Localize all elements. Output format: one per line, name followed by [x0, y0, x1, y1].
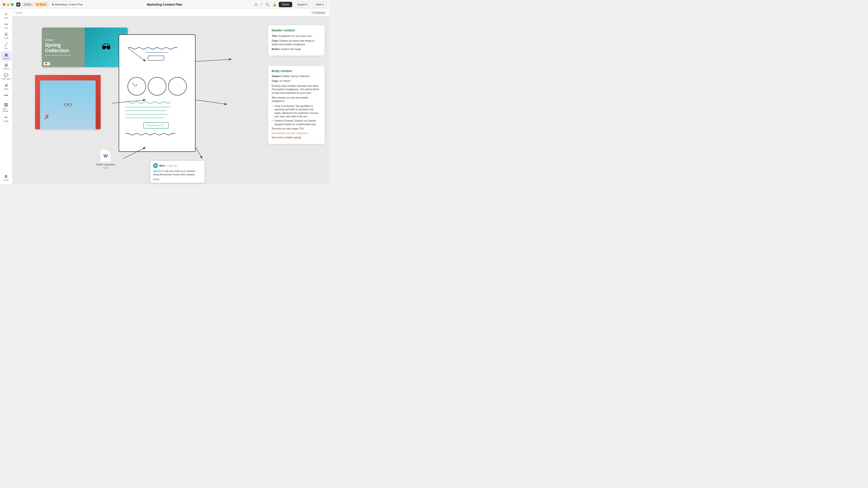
comment-label: Comment — [2, 78, 11, 80]
view-button[interactable]: View ▾ — [313, 2, 327, 7]
tab-work[interactable]: Work — [34, 2, 49, 7]
traffic-lights — [3, 3, 13, 6]
heart-count: 1 — [48, 63, 49, 65]
todo-icon: ☰ — [4, 32, 8, 37]
tool-board[interactable]: ▦ Board — [1, 51, 11, 61]
column-label: Column — [2, 68, 9, 70]
titlebar-right: ⊡ ? 🔍 🔔 Share Export ▾ View ▾ — [255, 2, 327, 7]
body-signoff: Get set for a stylish spring! — [272, 136, 321, 139]
comment-reply-button[interactable]: Reply — [153, 178, 202, 181]
notification-icon[interactable]: 🔔 — [273, 3, 276, 6]
body-cta-link[interactable]: www.dekker.co/script-sunglasses — [272, 132, 321, 134]
doc-icon: W — [100, 150, 111, 162]
comment-user: Marc — [159, 164, 165, 167]
note-label: Note — [4, 17, 8, 19]
photo-card[interactable]: 👓 — [35, 75, 101, 129]
svg-point-2 — [128, 77, 146, 95]
board-icon: ▦ — [4, 53, 8, 57]
add-image-label: Add Image — [2, 107, 10, 112]
line-label: Line — [4, 47, 8, 50]
body-cta-prefix: Discover our new range CTA: — [272, 127, 321, 130]
saved-status: Saved — [15, 11, 22, 14]
more-icon: ••• — [4, 93, 8, 97]
title-value: Sunglasses for your eyes only — [278, 35, 311, 37]
draw-label: Draw — [4, 120, 8, 122]
work-tab-label: Work — [40, 3, 46, 6]
photo-background: 👓 — [35, 75, 101, 129]
header-card-title: Header content — [272, 29, 321, 32]
subject-value: Dekker Spring Collection — [282, 75, 309, 77]
tool-more[interactable]: ••• — [1, 92, 11, 99]
doc-file[interactable]: W Footer-copy.docx 8 KB — [96, 150, 115, 169]
doc-size: 8 KB — [103, 167, 108, 169]
tool-add-image[interactable]: 🖼 Add Image — [1, 102, 11, 113]
body-bullet2: Fashion-Forward: Explore our Danish-desi… — [272, 119, 321, 126]
word-icon: W — [103, 153, 108, 159]
body-content-card: Body content Subject: Dekker Spring Coll… — [268, 66, 324, 144]
comment-time: 1 hour ago — [166, 164, 178, 167]
dekker-brand: Dekker — [45, 38, 82, 41]
draw-icon: ✏ — [5, 115, 8, 120]
tool-column[interactable]: ▥ Column — [1, 61, 11, 71]
page-title: Marketing Content Plan — [147, 3, 182, 6]
work-tab-icon — [37, 3, 39, 6]
comment-avatar: M — [153, 163, 158, 168]
dekker-title: SpringCollection — [45, 42, 82, 53]
comment-bubble: M Marc 1 hour ago @Brett W can you mock … — [150, 161, 205, 183]
title-label: Title: — [272, 35, 278, 37]
line-icon: ╱ — [5, 42, 7, 47]
canvas: Dekker SpringCollection designer eyewear… — [12, 16, 329, 184]
unsorted-badge[interactable]: 1 Unsorted — [311, 11, 327, 14]
dekker-subtitle: designer eyewear from Denmark — [45, 54, 82, 56]
svg-line-5 — [132, 83, 135, 86]
column-icon: ▥ — [4, 63, 8, 67]
tab-marketing[interactable]: Marketing Content Plan — [49, 2, 86, 7]
table-label: Table — [4, 88, 8, 90]
table-icon: ⊞ — [5, 83, 8, 88]
close-button[interactable] — [3, 3, 5, 6]
tool-note[interactable]: ≡ Note — [1, 11, 11, 20]
body-bullet1: Clear & protection: Say goodbye to squin… — [272, 104, 321, 119]
header-button-field: Button: Explore the range — [272, 47, 321, 51]
minimize-button[interactable] — [7, 3, 9, 6]
tab-home[interactable]: Home — [22, 2, 33, 7]
status-bar: Saved 1 Unsorted — [12, 9, 329, 16]
tool-todo[interactable]: ☰ To-do — [1, 31, 11, 41]
photo-inner: 👓 — [40, 80, 96, 129]
search-icon[interactable]: 🔍 — [266, 3, 270, 6]
maximize-button[interactable] — [11, 3, 13, 6]
dekker-card[interactable]: Dekker SpringCollection designer eyewear… — [42, 28, 128, 67]
comment-text: @Brett W can you mock up 2 versions usin… — [153, 169, 202, 176]
body-card-title: Body content — [272, 69, 321, 73]
copy-label: Copy: — [272, 39, 279, 42]
x-mark: ✗ — [44, 113, 49, 121]
trash-label: Trash — [4, 179, 9, 181]
share-button[interactable]: Share — [279, 2, 292, 7]
tool-trash[interactable]: 🗑 Trash — [1, 173, 11, 183]
tool-table[interactable]: ⊞ Table — [1, 82, 11, 92]
body-copy-field: Copy: Hi *name* — [272, 79, 321, 83]
dekker-left-panel: Dekker SpringCollection designer eyewear… — [42, 28, 85, 67]
tool-line[interactable]: ╱ Line — [1, 41, 11, 51]
body-why: Why choose our new prescription sunglass… — [272, 96, 321, 103]
help-icon[interactable]: ? — [260, 3, 262, 6]
comment-mention[interactable]: @Brett W — [153, 170, 164, 172]
body-copy-label: Copy: — [272, 79, 279, 82]
wireframe-area[interactable] — [119, 34, 195, 152]
wireframe-sketch — [119, 34, 195, 152]
tool-draw[interactable]: ✏ Draw — [1, 114, 11, 124]
todo-label: To-do — [4, 37, 9, 39]
device-icon[interactable]: ⊡ — [255, 3, 257, 6]
body-copy-value: Hi *name* — [279, 79, 291, 82]
comment-icon: 💬 — [4, 73, 8, 77]
export-button[interactable]: Export ▾ — [294, 2, 310, 7]
tool-link[interactable]: ⚯ Link — [1, 21, 11, 31]
home-tab-label: Home — [24, 3, 31, 6]
header-copy-field: Copy: Explore our brand new range of sty… — [272, 39, 321, 46]
tool-comment[interactable]: 💬 Comment — [1, 72, 11, 81]
add-image-icon: 🖼 — [4, 103, 8, 107]
trash-icon: 🗑 — [4, 174, 8, 178]
header-content-card: Header content Title: Sunglasses for you… — [268, 25, 324, 56]
link-icon: ⚯ — [5, 22, 8, 26]
heart-icon: ❤️ — [45, 63, 47, 65]
